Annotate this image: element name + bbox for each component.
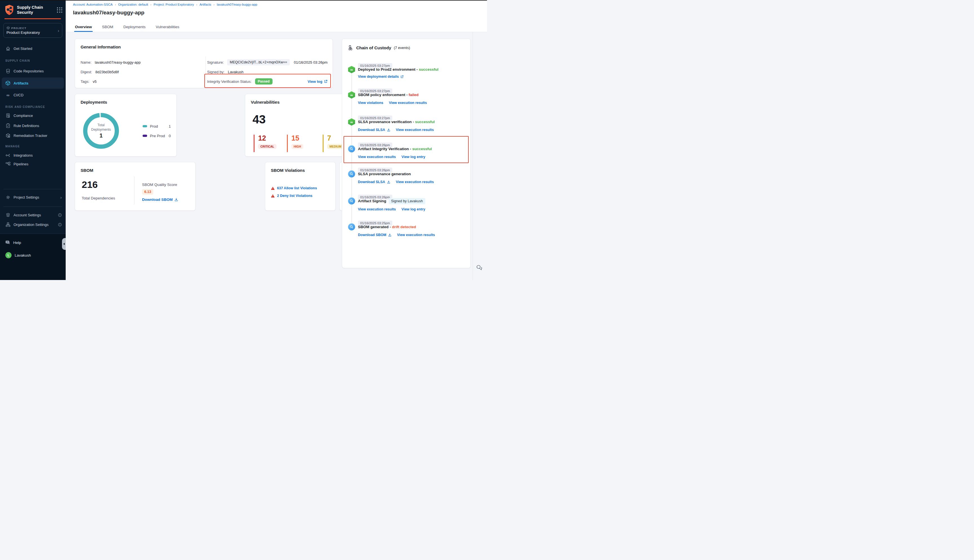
warning-triangle-icon xyxy=(271,187,275,190)
compliance-document-icon xyxy=(5,113,10,118)
main-area: Account: Automation-SSCA › Organization:… xyxy=(66,0,487,280)
sbom-card: SBOM 216 Total Dependencies SBOM Quality… xyxy=(75,162,195,211)
sbom-quality-label: SBOM Quality Score xyxy=(142,183,178,187)
timeline-connector xyxy=(352,73,352,91)
view-execution-results-link[interactable]: View execution results xyxy=(396,180,434,184)
severity-badge: CRITICAL xyxy=(258,144,277,149)
view-execution-results-link[interactable]: View execution results xyxy=(358,155,396,159)
sidebar-item-label: Get Started xyxy=(13,47,32,51)
chat-support-button[interactable] xyxy=(476,263,484,272)
sidebar-item-label: Artifacts xyxy=(13,81,28,85)
sidebar-item-remediation-tracker[interactable]: Remediation Tracker xyxy=(0,131,66,140)
card-title: SBOM Violations xyxy=(271,168,305,173)
deployments-donut-chart: Total Deployments 1 xyxy=(82,112,120,150)
svg-text:?: ? xyxy=(7,241,8,243)
tab-deployments[interactable]: Deployments xyxy=(123,22,147,32)
donut-total-value: 1 xyxy=(100,132,103,139)
remediation-box-icon xyxy=(5,133,10,138)
sidebar-collapse-handle[interactable] xyxy=(62,238,66,250)
sidebar-item-get-started[interactable]: Get Started xyxy=(0,44,66,53)
info-icon[interactable] xyxy=(58,223,62,227)
project-name: Product Exploratory xyxy=(7,30,58,35)
view-log-entry-link[interactable]: View log entry xyxy=(402,155,425,159)
sidebar-item-project-settings[interactable]: Project Settings › xyxy=(0,192,66,202)
view-execution-results-link[interactable]: View execution results xyxy=(397,233,435,237)
legend-item-preprod: Pre Prod 0 xyxy=(143,133,171,138)
module-grid-icon[interactable] xyxy=(57,7,62,13)
sbom-total-label: Total Dependencies xyxy=(82,196,115,200)
integrations-icon xyxy=(5,153,10,158)
sidebar-item-pipelines[interactable]: Pipelines xyxy=(0,159,66,169)
sidebar-item-organization-settings[interactable]: Organization Settings xyxy=(0,220,66,229)
event-title: Artifact Integrity Verification - succes… xyxy=(358,147,432,151)
view-execution-results-link[interactable]: View execution results xyxy=(358,207,396,211)
allow-list-violations-link[interactable]: 637 Allow list Violations xyxy=(277,186,317,190)
breadcrumb-link-project[interactable]: Project: Product Exploratory xyxy=(153,3,194,6)
allow-list-violations-row: 637 Allow list Violations xyxy=(271,186,317,190)
breadcrumb-link-artifact-name[interactable]: lavakush07/easy-buggy-app xyxy=(217,3,257,6)
severity-high: 15 HIGH xyxy=(287,135,303,152)
view-execution-results-link[interactable]: View execution results xyxy=(389,101,427,105)
download-slsa-link[interactable]: Download SLSA xyxy=(358,180,390,184)
info-icon[interactable] xyxy=(58,213,62,217)
sidebar-item-integrations[interactable]: Integrations xyxy=(0,150,66,160)
event-status: successful xyxy=(415,120,435,124)
sidebar-item-account-settings[interactable]: Account Settings xyxy=(0,210,66,220)
sidebar-footer: ? Help L Lavakush xyxy=(0,233,66,280)
sidebar-item-cicd[interactable]: ∞ CI/CD xyxy=(0,90,66,100)
view-execution-results-link[interactable]: View execution results xyxy=(396,128,434,132)
card-title: Vulnerabilities xyxy=(251,100,280,105)
timeline-connector xyxy=(352,205,352,223)
view-log-entry-link[interactable]: View log entry xyxy=(402,207,425,211)
donut-center-label: Total Deployments xyxy=(88,123,114,132)
sidebar-divider xyxy=(3,189,62,189)
digest-label: Digest: xyxy=(81,70,92,74)
download-sbom-link[interactable]: Download SBOM xyxy=(358,233,392,237)
tab-sbom[interactable]: SBOM xyxy=(101,22,114,32)
collapse-arrow-icon xyxy=(63,243,65,245)
view-log-link[interactable]: View log xyxy=(308,80,328,84)
user-menu[interactable]: L Lavakush xyxy=(0,250,66,260)
content-area: General Information Name:lavakush07/easy… xyxy=(66,32,487,280)
sidebar-item-rule-definitions[interactable]: Rule Definitions xyxy=(0,121,66,130)
tab-vulnerabilities[interactable]: Vulnerabilities xyxy=(155,22,180,32)
help-chat-icon: ? xyxy=(5,240,10,245)
timeline-connector xyxy=(352,178,352,197)
sbom-total-dependencies-value: 216 xyxy=(82,179,98,190)
signature-timestamp: 01/16/2025 03:26pm xyxy=(294,60,327,65)
view-deployment-details-link[interactable]: View deployment details xyxy=(358,75,404,78)
sidebar-divider xyxy=(3,207,62,207)
pipelines-icon xyxy=(5,162,10,167)
home-icon xyxy=(5,46,10,51)
event-title: SLSA provenance generation xyxy=(358,172,411,176)
sidebar-item-code-repositories[interactable]: Code Repositories xyxy=(0,66,66,76)
sidebar-item-label: Integrations xyxy=(13,153,33,157)
breadcrumb-link-account[interactable]: Account: Automation-SSCA xyxy=(73,3,113,6)
download-slsa-link[interactable]: Download SLSA xyxy=(358,128,390,132)
chain-title: Chain of Custody xyxy=(356,45,391,50)
sidebar-item-compliance[interactable]: Compliance xyxy=(0,111,66,120)
download-icon xyxy=(387,128,390,132)
download-sbom-link[interactable]: Download SBOM xyxy=(142,197,178,202)
card-title: Deployments xyxy=(81,100,107,105)
chain-of-custody-header: Chain of Custody (7 events) xyxy=(349,45,410,50)
event-links: Download SLSA View execution results xyxy=(358,180,434,184)
sidebar-item-artifacts[interactable]: Artifacts xyxy=(2,77,64,89)
tab-bar: Overview SBOM Deployments Vulnerabilitie… xyxy=(74,22,180,32)
chain-of-custody-card: Chain of Custody (7 events) 01/16/2025 0… xyxy=(342,38,471,268)
breadcrumb-link-artifacts[interactable]: Artifacts xyxy=(200,3,211,6)
vertical-divider xyxy=(205,56,206,83)
view-violations-link[interactable]: View violations xyxy=(358,101,383,105)
help-label: Help xyxy=(13,240,21,245)
breadcrumb-link-organization[interactable]: Organization: default xyxy=(118,3,148,6)
project-selector[interactable]: PROJECT Product Exploratory › xyxy=(3,23,62,38)
scan-event-icon xyxy=(348,223,355,231)
general-info-right: Signature: MEQCICde2VjIT...bL+2+mqnOXw==… xyxy=(207,57,327,86)
tab-overview[interactable]: Overview xyxy=(74,22,93,32)
scan-event-icon xyxy=(348,170,355,178)
help-button[interactable]: ? Help xyxy=(0,238,66,247)
deny-list-violations-link[interactable]: 2 Deny list Violations xyxy=(277,194,312,198)
scan-event-icon xyxy=(348,145,355,153)
signature-value: MEQCICde2VjIT...bL+2+mqnOXw== xyxy=(227,59,290,65)
event-links: Download SLSA View execution results xyxy=(358,128,434,132)
